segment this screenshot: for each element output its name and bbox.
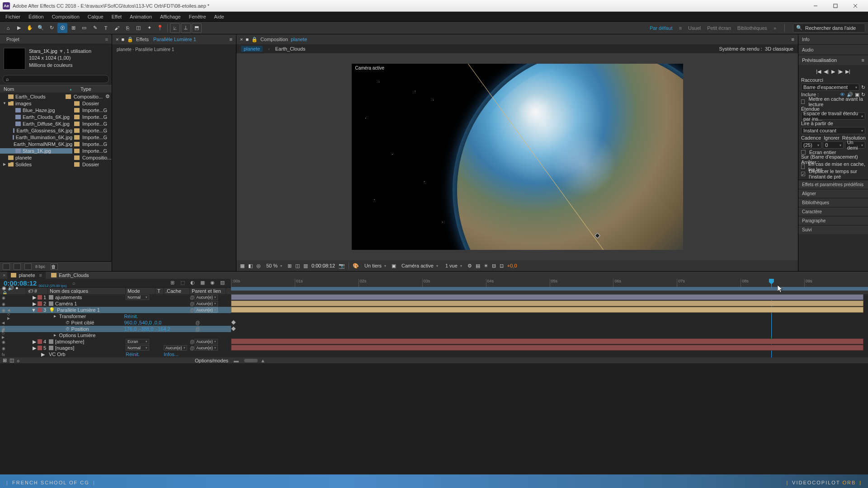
axis-local[interactable]: ⟀: [170, 23, 180, 33]
project-item[interactable]: Stars_1K.jpgImporte...G: [0, 147, 112, 154]
effects-tab[interactable]: Effets: [136, 37, 149, 42]
flowchart-icon[interactable]: ⊡: [500, 263, 504, 269]
puppet-tool[interactable]: 📍: [155, 23, 165, 33]
menu-fenetre[interactable]: Fenêtre: [185, 13, 210, 20]
timeline-zoom-scrollbar[interactable]: [244, 359, 258, 362]
fast-preview-icon[interactable]: ▣: [392, 263, 396, 269]
effects-presets-header[interactable]: Effets et paramètres prédéfinis: [798, 180, 868, 189]
cache-checkbox[interactable]: [801, 99, 805, 104]
viewer-lock-icon[interactable]: 🔒: [251, 37, 258, 42]
timeline-tracks[interactable]: [231, 294, 868, 357]
layer-row[interactable]: ◉◀ ◇ ▶ ▼3 💡Parallèle Lumière 1 @ Aucun(e…: [0, 307, 231, 313]
project-search[interactable]: ⌕: [3, 75, 109, 83]
play-button[interactable]: ▶: [831, 69, 835, 75]
project-item[interactable]: Earth_CloudsCompositio...⚙: [0, 93, 112, 100]
audio-panel-header[interactable]: Audio: [798, 45, 868, 55]
info-panel-header[interactable]: Info: [798, 34, 868, 44]
resolution-icon[interactable]: ⊞: [288, 263, 292, 269]
snapshot-icon[interactable]: 📷: [339, 263, 345, 269]
project-item[interactable]: Earth_Clouds_6K.jpgImporte...G: [0, 113, 112, 120]
canvas[interactable]: Caméra active: [236, 53, 798, 260]
clone-tool[interactable]: ⎘: [123, 23, 132, 33]
zoom-in-icon[interactable]: ▲: [260, 358, 265, 363]
workspace-menu-icon[interactable]: ≡: [679, 25, 682, 31]
roto-tool[interactable]: ✦: [144, 23, 154, 33]
property-row[interactable]: ▶Transformer Réinit.: [0, 313, 231, 319]
range-select[interactable]: Espace de travail étendu par ins...: [801, 113, 865, 120]
align-header[interactable]: Aligner: [798, 189, 868, 198]
menu-affichage[interactable]: Affichage: [156, 13, 184, 20]
timeline-icon[interactable]: ⊟: [492, 263, 496, 269]
frame-blend-icon[interactable]: ▦: [200, 280, 208, 287]
move-time-checkbox[interactable]: [801, 172, 805, 176]
first-frame-button[interactable]: |◀: [816, 69, 821, 75]
grid-icon[interactable]: ▥: [303, 263, 308, 269]
rect-tool[interactable]: ▭: [79, 23, 89, 33]
minimize-button[interactable]: [806, 1, 826, 11]
property-row[interactable]: ◀ ◇ ▶ ⏱Position 176,0 ,-388,0 ,-164,2 @: [0, 326, 231, 332]
framerate-select[interactable]: (25): [801, 141, 821, 149]
timeline-tab-planete[interactable]: planete≡: [7, 272, 46, 279]
toggle-modes-icon[interactable]: ◫: [9, 357, 14, 363]
exposure-icon[interactable]: ☀: [484, 263, 488, 269]
menu-aide[interactable]: Aide: [211, 13, 228, 20]
toggle-switches-icon[interactable]: ⊞: [3, 357, 7, 363]
menu-calque[interactable]: Calque: [84, 13, 107, 20]
rotate-camera-tool[interactable]: ⦿: [57, 23, 67, 33]
zoom-dropdown[interactable]: 50 %: [264, 263, 284, 268]
color-mgmt-icon[interactable]: 🎨: [353, 263, 359, 269]
orbit-tool[interactable]: ↻: [47, 23, 57, 33]
layer-row[interactable]: fx ▶ VC Orb Réinit. Infos...: [0, 351, 231, 357]
zoom-out-icon[interactable]: ▬: [234, 358, 239, 363]
draft-3d-icon[interactable]: ⬚: [180, 280, 188, 287]
hide-shy-icon[interactable]: ◐: [190, 280, 198, 287]
help-search[interactable]: 🔍 Rechercher dans l'aide: [793, 23, 865, 33]
menu-fichier[interactable]: Fichier: [2, 13, 24, 20]
project-item[interactable]: planeteCompositio...: [0, 154, 112, 161]
work-area-bar[interactable]: [231, 287, 868, 291]
libraries-header[interactable]: Bibliothèques: [798, 198, 868, 207]
shortcut-reset-icon[interactable]: ↻: [861, 84, 865, 90]
crumb-planete[interactable]: planete: [241, 46, 263, 52]
project-item[interactable]: Earth_Illumination_6K.jpgImporte...G: [0, 134, 112, 141]
pixel-aspect-icon[interactable]: ▤: [476, 263, 480, 269]
motion-blur-icon[interactable]: ◉: [210, 280, 217, 287]
project-item[interactable]: Blue_Haze.jpgImporte...G: [0, 107, 112, 113]
character-header[interactable]: Caractère: [798, 207, 868, 216]
close-button[interactable]: [845, 1, 865, 11]
layer-row[interactable]: ◉ ▶4 [atmosphere] Ecran @ Aucun(e): [0, 338, 231, 345]
project-menu-icon[interactable]: ≡: [105, 37, 108, 42]
skip-select[interactable]: 0: [823, 141, 843, 149]
tracker-header[interactable]: Suivi: [798, 225, 868, 234]
workspace-more[interactable]: »: [774, 25, 776, 31]
brush-tool[interactable]: 🖌: [112, 23, 122, 33]
pan-behind-tool[interactable]: ⊞: [68, 23, 78, 33]
next-frame-button[interactable]: |▶: [838, 69, 843, 75]
paragraph-header[interactable]: Paragraphe: [798, 216, 868, 225]
interpret-footage-button[interactable]: [3, 263, 10, 270]
views-dropdown[interactable]: 1 vue: [443, 263, 464, 268]
eraser-tool[interactable]: ◫: [133, 23, 143, 33]
time-ruler[interactable]: :00s01s02s03s04s05s06s07s08s09s10s: [231, 279, 868, 287]
property-row[interactable]: ◀ ◇ ▶ ⏱Point ciblé 960,0 ,540,0 ,0,0 @: [0, 319, 231, 326]
camera-dropdown[interactable]: Caméra active: [400, 263, 440, 268]
timeline-search-icon[interactable]: ⌕: [72, 280, 79, 286]
text-tool[interactable]: T: [101, 23, 111, 33]
playhead[interactable]: [771, 279, 772, 287]
comp-mini-flowchart[interactable]: ⊞: [170, 280, 178, 287]
project-item[interactable]: Earth_Diffuse_6K.jpgImporte...G: [0, 120, 112, 127]
workspace-default[interactable]: Par défaut: [650, 25, 673, 31]
renderer-value[interactable]: 3D classique: [765, 46, 793, 52]
workspace-biblio[interactable]: Bibliothèques: [737, 25, 767, 31]
time-display[interactable]: 0:00:08:12: [311, 263, 335, 268]
new-folder-button[interactable]: [14, 263, 21, 270]
selection-tool[interactable]: ▶: [14, 23, 24, 33]
viewer-close-icon[interactable]: ×: [240, 37, 243, 42]
last-frame-button[interactable]: ▶|: [845, 69, 850, 75]
mask-toggle[interactable]: ◎: [256, 263, 261, 269]
axis-view[interactable]: ⬒: [192, 23, 202, 33]
layer-row[interactable]: ◉ ▶1 ajustements Normal @ Aucun(e): [0, 294, 231, 300]
project-item[interactable]: Earth_Glossiness_6K.jpgImporte...G: [0, 127, 112, 134]
zoom-tool[interactable]: 🔍: [36, 23, 46, 33]
menu-effet[interactable]: Effet: [108, 13, 125, 20]
